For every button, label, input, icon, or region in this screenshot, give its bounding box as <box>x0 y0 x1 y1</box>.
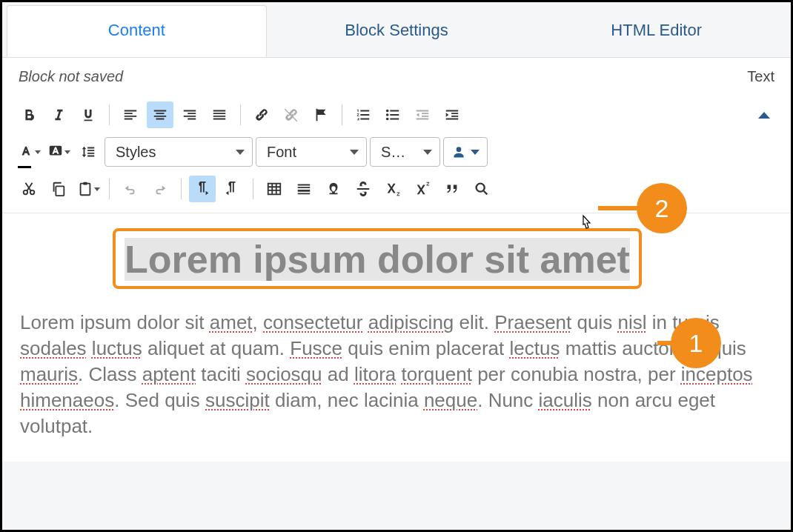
table-button[interactable] <box>261 176 288 202</box>
align-right-button[interactable] <box>176 102 203 128</box>
text-color-button[interactable] <box>16 139 42 165</box>
align-left-icon <box>122 107 139 123</box>
cut-icon <box>21 181 37 197</box>
numbered-list-icon <box>355 107 371 123</box>
align-justify-button[interactable] <box>206 102 233 128</box>
cursor-pointer-icon <box>577 214 597 238</box>
link-button[interactable] <box>248 102 275 128</box>
caret-icon <box>94 187 100 191</box>
caret-icon <box>471 150 480 155</box>
rtl-button[interactable] <box>219 176 245 202</box>
subscript-icon <box>385 181 401 197</box>
text-color-swatch <box>18 166 31 168</box>
svg-rect-9 <box>83 182 87 185</box>
separator <box>109 104 110 125</box>
rtl-icon <box>224 181 240 197</box>
hr-icon <box>296 181 312 197</box>
quote-icon <box>444 181 460 197</box>
cut-button[interactable] <box>16 176 42 202</box>
tab-html-editor[interactable]: HTML Editor <box>526 5 786 57</box>
bullet-list-button[interactable] <box>379 102 406 128</box>
caret-icon <box>423 150 432 155</box>
numbered-list-button[interactable] <box>350 102 376 128</box>
align-left-button[interactable] <box>117 102 144 128</box>
styles-select[interactable]: Styles <box>104 137 253 167</box>
font-select[interactable]: Font <box>256 137 367 167</box>
caret-icon <box>64 150 70 154</box>
flag-button[interactable] <box>308 102 334 128</box>
superscript-button[interactable] <box>409 176 436 202</box>
blockquote-button[interactable] <box>439 176 465 202</box>
outdent-button[interactable] <box>409 102 436 128</box>
separator <box>253 179 253 199</box>
copy-icon <box>50 181 67 197</box>
svg-rect-8 <box>80 184 90 196</box>
toolbar-row-1 <box>13 97 780 133</box>
callout-2: 2 <box>637 183 687 233</box>
underline-button[interactable] <box>75 102 102 128</box>
flag-icon <box>313 107 329 123</box>
callout-2-line <box>598 206 640 210</box>
align-center-icon <box>152 107 168 123</box>
outdent-icon <box>414 107 431 123</box>
collapse-toolbar-button[interactable] <box>758 112 777 119</box>
ltr-button[interactable] <box>189 176 216 202</box>
caret-icon <box>35 150 41 154</box>
ltr-icon <box>194 181 210 197</box>
person-icon <box>451 144 466 159</box>
svg-point-1 <box>386 113 389 116</box>
subscript-button[interactable] <box>379 176 406 202</box>
italic-icon <box>50 107 67 123</box>
separator <box>181 179 182 199</box>
caret-icon <box>236 150 245 155</box>
tab-block-settings[interactable]: Block Settings <box>267 5 527 57</box>
text-color-icon <box>18 144 34 160</box>
font-label: Font <box>267 144 296 161</box>
undo-icon <box>122 181 139 197</box>
redo-icon <box>152 181 168 197</box>
styles-label: Styles <box>116 144 156 161</box>
bold-button[interactable] <box>16 102 42 128</box>
indent-icon <box>444 107 460 123</box>
svg-rect-7 <box>56 186 64 196</box>
size-select[interactable]: S… <box>370 137 440 167</box>
paste-button[interactable] <box>75 176 102 202</box>
bg-color-icon <box>47 144 64 160</box>
heading-selection: Lorem ipsum dolor sit amet <box>113 228 642 289</box>
heading-text[interactable]: Lorem ipsum dolor sit amet <box>125 238 630 281</box>
insert-person-button[interactable] <box>443 137 488 167</box>
search-icon <box>474 181 490 197</box>
line-height-icon <box>80 144 96 160</box>
svg-point-11 <box>477 184 485 192</box>
tab-content[interactable]: Content <box>7 5 267 57</box>
unlink-button[interactable] <box>278 102 305 128</box>
strike-button[interactable] <box>350 176 376 202</box>
align-justify-icon <box>211 107 228 123</box>
callout-1: 1 <box>671 318 721 368</box>
tab-bar: Content Block Settings HTML Editor <box>2 2 791 57</box>
svg-point-2 <box>386 118 389 121</box>
separator <box>240 104 241 125</box>
body-text[interactable]: Lorem ipsum dolor sit amet, consectetur … <box>20 310 773 439</box>
undo-button[interactable] <box>117 176 144 202</box>
redo-button[interactable] <box>147 176 173 202</box>
indent-button[interactable] <box>439 102 465 128</box>
italic-button[interactable] <box>45 102 72 128</box>
special-char-button[interactable] <box>320 176 347 202</box>
editor-panel: Block not saved Text <box>2 57 791 462</box>
paste-icon <box>77 181 93 197</box>
block-type-label: Text <box>747 68 774 85</box>
save-status: Block not saved <box>19 68 123 85</box>
hr-button[interactable] <box>291 176 317 202</box>
line-height-button[interactable] <box>75 139 102 165</box>
caret-icon <box>350 150 359 155</box>
copy-button[interactable] <box>45 176 72 202</box>
bold-icon <box>21 107 37 123</box>
find-button[interactable] <box>468 176 495 202</box>
bg-color-button[interactable] <box>45 139 72 165</box>
toolbar-row-2: Styles Font S… <box>13 133 780 171</box>
underline-icon <box>80 107 96 123</box>
svg-rect-10 <box>268 184 281 195</box>
align-center-button[interactable] <box>147 102 173 128</box>
strike-icon <box>355 181 371 197</box>
